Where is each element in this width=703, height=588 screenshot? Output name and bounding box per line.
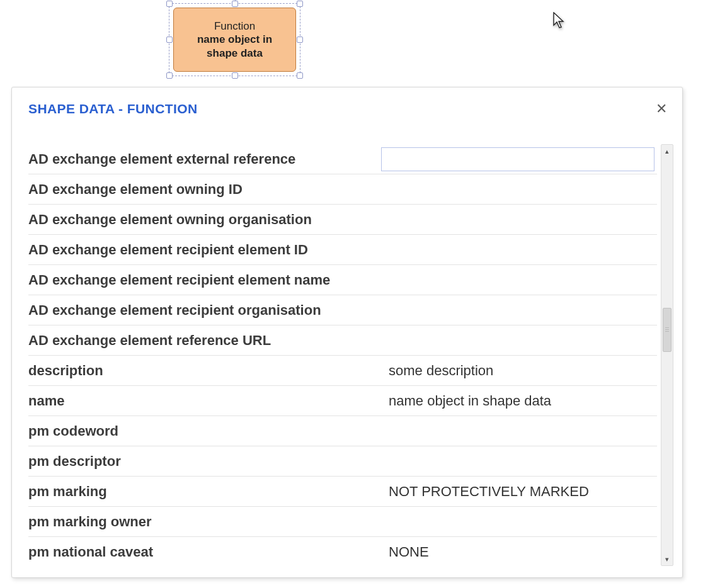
- resize-handle-br[interactable]: [297, 72, 303, 79]
- property-row[interactable]: descriptionsome description: [28, 356, 657, 386]
- property-label: AD exchange element recipient element ID: [28, 235, 381, 264]
- chevron-down-icon: ▾: [665, 555, 669, 563]
- property-row[interactable]: AD exchange element owning ID: [28, 174, 657, 205]
- resize-handle-ml[interactable]: [166, 37, 173, 43]
- property-value[interactable]: [381, 295, 657, 325]
- property-value[interactable]: [381, 174, 657, 204]
- property-label: AD exchange element recipient organisati…: [28, 295, 381, 325]
- property-label: AD exchange element external reference: [28, 145, 381, 174]
- property-row[interactable]: namename object in shape data: [28, 386, 657, 416]
- property-label: AD exchange element recipient element na…: [28, 265, 381, 295]
- property-label: pm marking: [28, 477, 381, 506]
- resize-handle-tr[interactable]: [297, 1, 303, 7]
- property-row[interactable]: AD exchange element owning organisation: [28, 205, 657, 235]
- property-row[interactable]: pm markingNOT PROTECTIVELY MARKED: [28, 477, 657, 507]
- property-label: AD exchange element owning ID: [28, 174, 381, 204]
- property-value[interactable]: [381, 325, 657, 355]
- panel-title: SHAPE DATA - FUNCTION: [28, 101, 198, 116]
- property-row[interactable]: AD exchange element recipient element na…: [28, 265, 657, 295]
- function-shape[interactable]: Function name object in shape data: [173, 8, 296, 72]
- scroll-up-button[interactable]: ▴: [661, 145, 673, 157]
- property-grid: AD exchange element external referenceAD…: [28, 144, 657, 566]
- property-value[interactable]: [381, 507, 657, 536]
- property-label: description: [28, 356, 381, 385]
- property-row[interactable]: pm national caveatNONE: [28, 537, 657, 566]
- close-button[interactable]: ✕: [654, 102, 668, 116]
- resize-handle-mr[interactable]: [297, 37, 303, 43]
- property-value[interactable]: [381, 265, 657, 295]
- property-value[interactable]: [381, 147, 654, 171]
- property-value[interactable]: [381, 205, 657, 234]
- scroll-down-button[interactable]: ▾: [661, 553, 673, 565]
- shape-name-line1: name object in: [197, 33, 272, 46]
- panel-header: SHAPE DATA - FUNCTION ✕: [28, 101, 673, 116]
- property-row[interactable]: AD exchange element external reference: [28, 144, 657, 174]
- property-value[interactable]: [381, 235, 657, 264]
- property-row[interactable]: AD exchange element recipient element ID: [28, 235, 657, 265]
- resize-handle-bc[interactable]: [232, 72, 238, 79]
- resize-handle-tc[interactable]: [232, 1, 238, 7]
- panel-body: AD exchange element external referenceAD…: [28, 144, 673, 566]
- scroll-thumb[interactable]: [663, 308, 672, 352]
- property-row[interactable]: pm descriptor: [28, 446, 657, 477]
- close-icon: ✕: [656, 102, 667, 116]
- property-label: AD exchange element owning organisation: [28, 205, 381, 234]
- property-row[interactable]: AD exchange element reference URL: [28, 325, 657, 356]
- property-row[interactable]: pm codeword: [28, 416, 657, 446]
- cursor-icon: [553, 12, 568, 32]
- property-value[interactable]: NONE: [381, 537, 657, 566]
- property-row[interactable]: AD exchange element recipient organisati…: [28, 295, 657, 325]
- shape-name-line2: shape data: [207, 47, 263, 60]
- chevron-up-icon: ▴: [665, 147, 669, 155]
- shape-type-label: Function: [214, 20, 255, 33]
- property-value[interactable]: some description: [381, 356, 657, 385]
- property-label: name: [28, 386, 381, 416]
- vertical-scrollbar[interactable]: ▴ ▾: [661, 144, 673, 566]
- property-value[interactable]: [381, 416, 657, 446]
- canvas-selected-shape[interactable]: Function name object in shape data: [173, 8, 296, 72]
- property-value[interactable]: [381, 446, 657, 476]
- property-label: AD exchange element reference URL: [28, 325, 381, 355]
- property-value[interactable]: name object in shape data: [381, 386, 657, 416]
- property-label: pm marking owner: [28, 507, 381, 536]
- property-label: pm national caveat: [28, 537, 381, 566]
- property-label: pm codeword: [28, 416, 381, 446]
- resize-handle-tl[interactable]: [166, 1, 173, 7]
- scroll-track[interactable]: [661, 157, 673, 553]
- resize-handle-bl[interactable]: [166, 72, 173, 79]
- property-value[interactable]: NOT PROTECTIVELY MARKED: [381, 477, 657, 506]
- shape-data-panel: SHAPE DATA - FUNCTION ✕ AD exchange elem…: [11, 87, 683, 578]
- property-row[interactable]: pm marking owner: [28, 507, 657, 537]
- property-label: pm descriptor: [28, 446, 381, 476]
